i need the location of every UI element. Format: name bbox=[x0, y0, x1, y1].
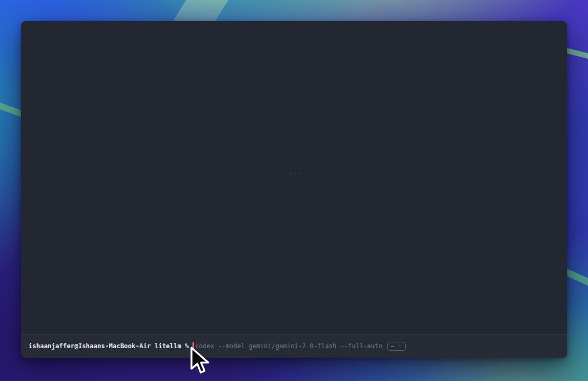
prompt-directory: litellm bbox=[154, 342, 181, 350]
terminal-prompt-bar: ishaanjaffer@Ishaans-MacBook-Air litellm… bbox=[21, 334, 567, 358]
desktop: ... ishaanjaffer@Ishaans-MacBook-Air lit… bbox=[0, 0, 588, 381]
shell-prompt-line[interactable]: ishaanjaffer@Ishaans-MacBook-Air litellm… bbox=[29, 342, 406, 351]
prompt-user-host: ishaanjaffer@Ishaans-MacBook-Air bbox=[29, 342, 151, 350]
autosuggestion-text: codex --model gemini/gemini-2.0-flash --… bbox=[195, 342, 382, 350]
tab-accept-hint-badge: → · bbox=[387, 342, 406, 351]
prompt-symbol: % bbox=[185, 342, 189, 350]
terminal-output-area: ... bbox=[21, 21, 567, 334]
terminal-output-ellipsis: ... bbox=[289, 168, 304, 176]
terminal-window[interactable]: ... ishaanjaffer@Ishaans-MacBook-Air lit… bbox=[21, 21, 567, 358]
text-cursor[interactable] bbox=[192, 342, 194, 350]
